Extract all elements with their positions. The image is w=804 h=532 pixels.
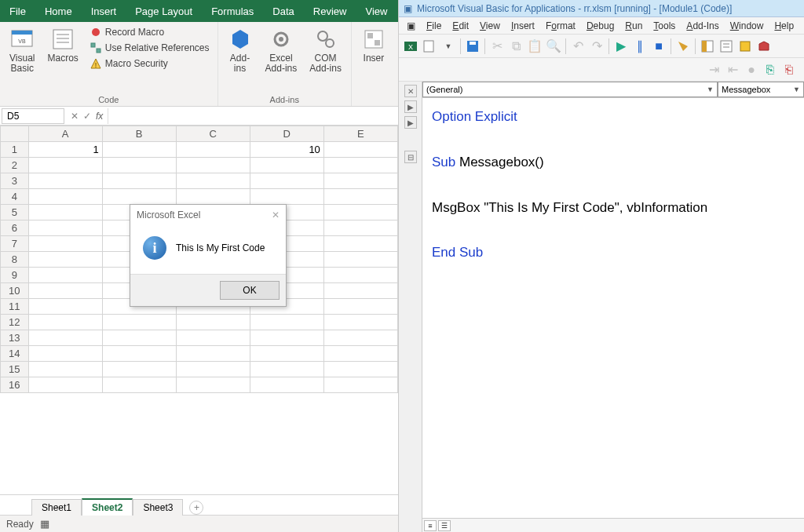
design-mode-icon[interactable] <box>674 38 692 55</box>
cell[interactable] <box>102 362 176 377</box>
cell[interactable] <box>176 315 250 330</box>
accept-icon[interactable]: ✓ <box>83 111 91 122</box>
close-pane-icon[interactable]: ✕ <box>404 85 417 97</box>
menu-debug[interactable]: Debug <box>582 19 619 33</box>
procedure-dropdown[interactable]: Messagebox ▼ <box>718 82 804 97</box>
cell[interactable] <box>323 205 397 220</box>
cell[interactable] <box>28 362 102 377</box>
row-header[interactable]: 5 <box>1 205 29 220</box>
col-header[interactable]: E <box>323 126 397 142</box>
col-header[interactable]: A <box>28 126 102 142</box>
row-header[interactable]: 2 <box>1 158 29 173</box>
cell[interactable]: 10 <box>250 142 323 158</box>
cell[interactable] <box>176 142 250 158</box>
row-header[interactable]: 11 <box>1 299 29 315</box>
cell[interactable] <box>28 158 102 173</box>
use-relative-button[interactable]: Use Relative References <box>88 41 211 55</box>
record-macro-button[interactable]: Record Macro <box>88 25 211 39</box>
reset-icon[interactable]: ■ <box>650 38 667 55</box>
cell[interactable] <box>250 346 323 362</box>
cell[interactable] <box>28 377 102 393</box>
cell[interactable] <box>102 330 176 346</box>
cell[interactable] <box>250 362 323 377</box>
cell[interactable] <box>102 315 176 330</box>
cell[interactable] <box>176 346 250 362</box>
comment-icon[interactable]: ⎘ <box>762 61 779 78</box>
cell[interactable] <box>176 330 250 346</box>
row-header[interactable]: 8 <box>1 252 29 268</box>
collapse-icon[interactable]: ⊟ <box>404 151 417 163</box>
row-header[interactable]: 4 <box>1 189 29 205</box>
properties-icon[interactable] <box>718 38 735 55</box>
formula-input[interactable] <box>108 108 398 124</box>
menu-edit[interactable]: Edit <box>448 19 473 33</box>
cell[interactable] <box>323 189 397 205</box>
row-header[interactable]: 1 <box>1 142 29 158</box>
row-header[interactable]: 13 <box>1 330 29 346</box>
select-all-corner[interactable] <box>1 126 29 142</box>
cell[interactable] <box>28 252 102 268</box>
visual-basic-button[interactable]: VB Visual Basic <box>6 25 38 75</box>
cell[interactable] <box>323 220 397 236</box>
row-header[interactable]: 15 <box>1 362 29 377</box>
cell[interactable] <box>323 330 397 346</box>
save-icon[interactable] <box>464 38 481 55</box>
tab-file[interactable]: File <box>0 0 35 22</box>
expand-down-icon[interactable]: ▶ <box>404 116 417 129</box>
uncomment-icon[interactable]: ⎗ <box>780 61 798 78</box>
dropdown-icon[interactable]: ▼ <box>440 38 457 55</box>
menu-tools[interactable]: Tools <box>649 19 680 33</box>
cell[interactable] <box>102 173 176 189</box>
row-header[interactable]: 16 <box>1 377 29 393</box>
cell[interactable] <box>250 173 323 189</box>
cell[interactable] <box>176 158 250 173</box>
cell[interactable] <box>28 283 102 299</box>
cell[interactable] <box>28 205 102 220</box>
menu-help[interactable]: Help <box>769 19 799 33</box>
cell[interactable] <box>250 189 323 205</box>
cell[interactable] <box>28 346 102 362</box>
cell[interactable] <box>323 142 397 158</box>
cell[interactable] <box>176 173 250 189</box>
macro-security-button[interactable]: ! Macro Security <box>88 56 211 71</box>
cell[interactable] <box>28 268 102 283</box>
cell[interactable] <box>323 236 397 252</box>
add-sheet-button[interactable]: + <box>189 501 203 515</box>
cell[interactable] <box>323 158 397 173</box>
sheet-tab[interactable]: Sheet2 <box>82 498 133 516</box>
break-icon[interactable]: ∥ <box>631 38 649 55</box>
col-header[interactable]: D <box>250 126 323 142</box>
row-header[interactable]: 10 <box>1 283 29 299</box>
col-header[interactable]: B <box>102 126 176 142</box>
cell[interactable] <box>28 173 102 189</box>
macros-button[interactable]: Macros <box>44 25 81 65</box>
cell[interactable] <box>323 299 397 315</box>
project-explorer-icon[interactable] <box>699 38 716 55</box>
cell[interactable] <box>176 377 250 393</box>
menu-run[interactable]: Run <box>620 19 647 33</box>
cell[interactable] <box>28 315 102 330</box>
cell[interactable] <box>323 173 397 189</box>
cell[interactable] <box>323 377 397 393</box>
cell[interactable] <box>102 158 176 173</box>
object-dropdown[interactable]: (General) ▼ <box>422 82 718 97</box>
cell[interactable] <box>28 189 102 205</box>
excel-addins-button[interactable]: Excel Add-ins <box>262 25 301 75</box>
tab-pagelayout[interactable]: Page Layout <box>126 0 202 22</box>
row-header[interactable]: 6 <box>1 220 29 236</box>
cell[interactable] <box>250 377 323 393</box>
cell[interactable] <box>323 362 397 377</box>
toolbox-icon[interactable] <box>755 38 773 55</box>
cell[interactable] <box>323 283 397 299</box>
procedure-view-icon[interactable]: ≡ <box>424 520 437 531</box>
cell[interactable] <box>28 236 102 252</box>
row-header[interactable]: 12 <box>1 315 29 330</box>
cell[interactable] <box>28 220 102 236</box>
row-header[interactable]: 3 <box>1 173 29 189</box>
cell[interactable] <box>323 346 397 362</box>
cell[interactable] <box>323 252 397 268</box>
insert-module-icon[interactable] <box>421 38 438 55</box>
cell[interactable] <box>28 330 102 346</box>
cancel-icon[interactable]: ✕ <box>71 111 79 122</box>
cell[interactable]: 1 <box>28 142 102 158</box>
